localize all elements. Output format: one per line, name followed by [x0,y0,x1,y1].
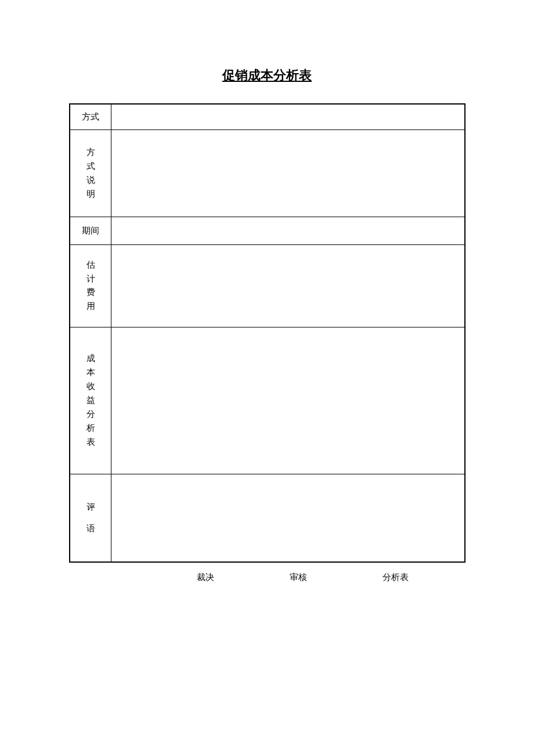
label-char: 益 [70,396,111,405]
value-remarks [111,474,465,562]
value-method-desc [111,129,465,217]
label-char: 表 [70,438,111,447]
footer-spacer [69,572,197,583]
value-period [111,217,465,244]
footer-line: 裁决 审核 分析表 [69,572,466,583]
label-char: 收 [70,382,111,391]
footer-decision: 裁决 [197,572,290,583]
label-char: 估 [70,261,111,269]
label-char: 费 [70,288,111,297]
label-period: 期间 [70,217,111,244]
footer-review: 审核 [290,572,383,583]
label-char: 式 [70,162,111,171]
label-char: 成 [70,354,111,363]
label-char: 本 [70,368,111,377]
label-method-desc: 方 式 说 明 [70,129,111,217]
label-cost-benefit: 成 本 收 益 分 析 表 [70,327,111,474]
label-char: 明 [70,190,111,199]
label-char: 分 [70,410,111,419]
label-remarks: 评 语 [70,474,111,562]
footer-analysis: 分析表 [383,572,475,583]
label-char: 评 [70,503,111,512]
label-char: 析 [70,424,111,433]
value-est-cost [111,244,465,327]
label-est-cost: 估 计 费 用 [70,244,111,327]
label-char: 说 [70,176,111,185]
label-char: 用 [70,302,111,311]
label-char: 计 [70,275,111,283]
value-method [111,104,465,129]
page-title: 促销成本分析表 [0,67,534,84]
form-table: 方式 方 式 说 明 期间 估 计 费 用 成 本 收 益 分 析 表 [69,103,466,563]
label-method: 方式 [70,104,111,129]
label-char: 语 [70,524,111,533]
value-cost-benefit [111,327,465,474]
label-char: 方 [70,148,111,157]
